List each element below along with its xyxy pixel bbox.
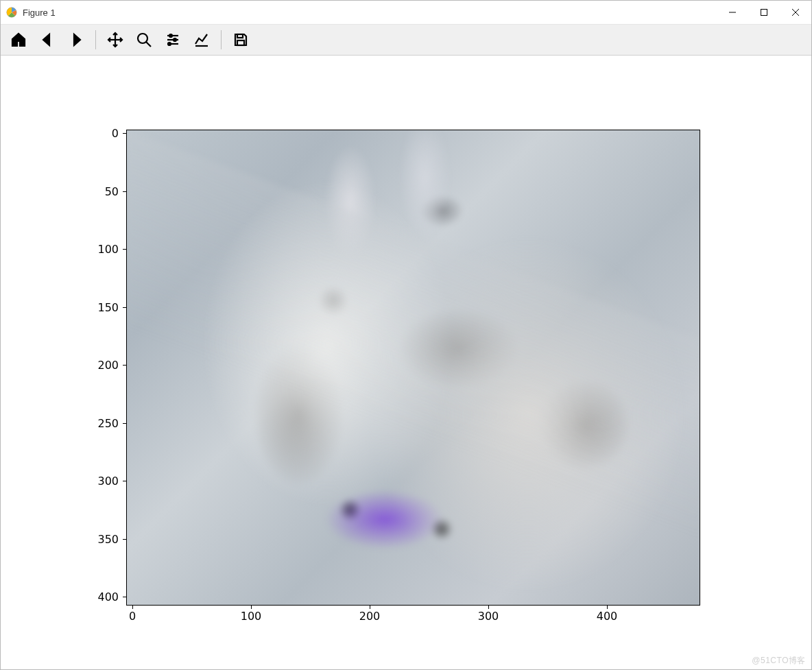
xtick-mark [132, 606, 133, 609]
toolbar-separator [221, 30, 222, 49]
back-button[interactable] [35, 27, 60, 52]
ytick-label: 200 [77, 359, 119, 372]
ytick-mark [123, 597, 126, 597]
svg-point-7 [138, 34, 147, 43]
ytick-label: 100 [77, 243, 119, 256]
axes-image[interactable] [126, 130, 700, 606]
ytick-mark [123, 307, 126, 308]
ytick-mark [123, 365, 126, 366]
matplotlib-icon [6, 7, 17, 18]
window-title: Figure 1 [23, 8, 56, 18]
ytick-mark [123, 191, 126, 192]
home-button[interactable] [6, 27, 31, 52]
svg-line-8 [146, 42, 151, 47]
ytick-mark [123, 539, 126, 540]
ytick-label: 0 [77, 127, 119, 140]
configure-subplots-button[interactable] [160, 27, 185, 52]
svg-rect-16 [237, 34, 243, 38]
forward-button[interactable] [64, 27, 88, 52]
xtick-label: 400 [597, 610, 618, 623]
ytick-mark [123, 133, 126, 134]
ytick-label: 150 [77, 301, 119, 314]
xtick-label: 200 [359, 610, 381, 623]
svg-point-12 [174, 38, 176, 41]
xtick-label: 100 [241, 610, 262, 623]
ytick-label: 300 [77, 475, 119, 488]
toolbar [1, 25, 811, 56]
xtick-mark [607, 606, 608, 609]
ytick-label: 50 [77, 185, 119, 198]
ytick-label: 400 [77, 590, 119, 603]
xtick-mark [488, 606, 489, 609]
watermark: @51CTO博客 [752, 655, 806, 667]
figure-canvas[interactable]: 0 50 100 150 200 250 300 350 400 0 100 2… [1, 56, 811, 669]
ytick-mark [123, 249, 126, 250]
svg-rect-17 [237, 40, 244, 45]
ytick-label: 250 [77, 417, 119, 430]
svg-point-14 [168, 43, 171, 45]
xtick-label: 300 [478, 610, 499, 623]
figure-window: Figure 1 [0, 0, 812, 670]
xtick-label: 0 [129, 610, 136, 623]
toolbar-separator [95, 30, 96, 49]
ytick-mark [123, 423, 126, 424]
svg-rect-2 [761, 10, 767, 16]
maximize-button[interactable] [748, 1, 780, 24]
edit-axes-button[interactable] [189, 27, 214, 52]
zoom-button[interactable] [132, 27, 156, 52]
close-button[interactable] [780, 1, 811, 24]
svg-point-10 [169, 34, 172, 37]
ytick-label: 350 [77, 533, 119, 546]
ytick-mark [123, 481, 126, 481]
save-button[interactable] [228, 27, 253, 52]
xtick-mark [370, 606, 370, 609]
minimize-button[interactable] [717, 1, 748, 24]
pan-button[interactable] [103, 27, 128, 52]
xtick-mark [251, 606, 252, 609]
titlebar[interactable]: Figure 1 [1, 1, 811, 25]
